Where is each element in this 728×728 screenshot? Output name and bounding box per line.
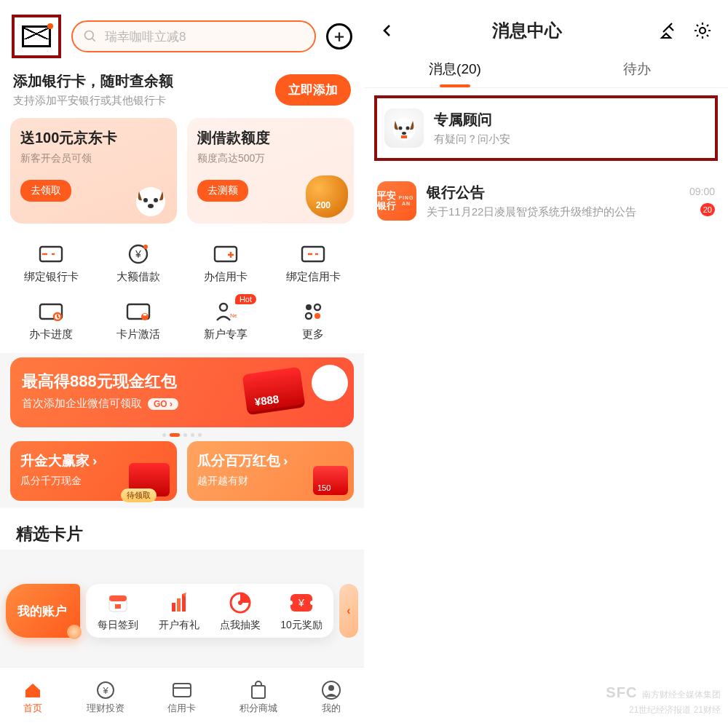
tab-me[interactable]: 我的 <box>320 681 342 715</box>
mail-highlight-box <box>12 15 61 58</box>
svg-text:¥: ¥ <box>102 685 108 696</box>
shortcut-open-gift[interactable]: 开户有礼 <box>149 590 210 632</box>
chevron-right-icon: › <box>283 453 288 469</box>
shortcut-more[interactable]: ‹ <box>339 584 358 638</box>
pending-tag: 待领取 <box>121 488 157 502</box>
svg-rect-11 <box>302 247 324 261</box>
message-sub: 关于11月22日凌晨智贷系统升级维护的公告 <box>427 205 679 219</box>
shortcut-bar: 我的账户 每日签到 开户有礼 点我抽奖 ¥10元奖励 ‹ <box>6 584 358 638</box>
message-title: 银行公告 <box>427 183 679 202</box>
nav-card-activate[interactable]: 卡片激活 <box>95 301 182 341</box>
addcard-button[interactable]: 立即添加 <box>275 74 351 106</box>
svg-rect-46 <box>401 135 407 138</box>
svg-point-18 <box>306 304 312 310</box>
banner-dots <box>0 432 364 441</box>
svg-point-44 <box>406 127 410 130</box>
svg-point-21 <box>314 313 320 319</box>
svg-point-4 <box>154 198 158 202</box>
main-banner[interactable]: 最高得888元现金红包 首次添加企业微信可领取GO › <box>10 357 354 427</box>
unread-badge: 20 <box>700 203 715 216</box>
nav-new-user[interactable]: HotNew新户专享 <box>182 301 269 341</box>
svg-rect-24 <box>115 604 121 609</box>
svg-point-45 <box>402 132 406 135</box>
shortcut-reward[interactable]: ¥10元奖励 <box>271 590 332 632</box>
mail-icon[interactable] <box>22 25 51 47</box>
svg-point-41 <box>700 28 705 33</box>
settings-icon[interactable] <box>693 21 712 40</box>
nav-card-progress[interactable]: 办卡进度 <box>7 301 95 341</box>
promo-title: 测借款额度 <box>197 128 344 148</box>
svg-point-20 <box>306 313 312 319</box>
tab-messages[interactable]: 消息(20) <box>364 50 546 87</box>
shortcut-lottery[interactable]: 点我抽奖 <box>210 590 271 632</box>
addcard-title: 添加银行卡，随时查余额 <box>13 71 173 91</box>
advisor-avatar <box>384 108 424 148</box>
mascot-icon <box>312 365 348 401</box>
svg-point-9 <box>143 245 148 249</box>
small-banner-gold[interactable]: 升金大赢家 › 瓜分千万现金 待领取 <box>10 441 177 501</box>
svg-point-3 <box>143 198 148 202</box>
section-title: 精选卡片 <box>0 508 364 550</box>
chevron-right-icon: › <box>92 453 97 469</box>
banner-sub: 首次添加企业微信可领取 <box>22 397 142 411</box>
promo-title: 送100元京东卡 <box>20 128 167 148</box>
tab-home[interactable]: 首页 <box>22 681 44 715</box>
back-button[interactable] <box>380 23 395 38</box>
svg-line-1 <box>92 39 95 41</box>
bank-avatar: 平安 银行PING AN <box>377 181 416 221</box>
small-banner-split[interactable]: 瓜分百万红包 › 越开越有财 <box>187 441 354 501</box>
tab-credit[interactable]: 信用卡 <box>167 681 196 715</box>
search-icon <box>83 29 98 44</box>
promo-sub: 额度高达500万 <box>197 152 344 165</box>
svg-text:New: New <box>230 312 237 319</box>
svg-point-40 <box>328 685 334 691</box>
shortcut-checkin[interactable]: 每日签到 <box>87 590 149 632</box>
promo-sub: 新客开会员可领 <box>20 152 167 165</box>
clean-icon[interactable] <box>660 21 678 40</box>
svg-point-16 <box>220 304 227 311</box>
add-button[interactable]: ＋ <box>326 23 352 50</box>
hot-badge: Hot <box>235 294 256 304</box>
coin-bag-icon <box>306 175 348 218</box>
svg-rect-27 <box>182 594 186 612</box>
nav-bind-credit[interactable]: 绑定信用卡 <box>269 244 357 284</box>
search-placeholder: 瑞幸咖啡立减8 <box>105 28 186 45</box>
search-input[interactable]: 瑞幸咖啡立减8 <box>71 20 316 52</box>
svg-rect-38 <box>252 686 265 698</box>
my-account-button[interactable]: 我的账户 <box>6 584 80 638</box>
quick-nav-grid: 绑定银行卡 ¥大额借款 办信用卡 绑定信用卡 办卡进度 卡片激活 HotNew新… <box>0 231 364 353</box>
message-bank-notice[interactable]: 平安 银行PING AN 银行公告 关于11月22日凌晨智贷系统升级维护的公告 … <box>364 170 728 232</box>
svg-point-5 <box>148 204 154 208</box>
red-envelope-icon <box>242 367 305 416</box>
message-time: 09:00 <box>689 186 715 197</box>
bottom-tabbar: 首页 ¥理财投资 信用卡 积分商城 我的 <box>0 667 364 728</box>
svg-rect-36 <box>173 684 191 697</box>
nav-bind-bank[interactable]: 绑定银行卡 <box>7 244 95 284</box>
message-sub: 有疑问？问小安 <box>434 132 708 146</box>
svg-point-29 <box>238 601 242 605</box>
nav-apply-credit[interactable]: 办信用卡 <box>182 244 269 284</box>
promo-card-jd[interactable]: 送100元京东卡 新客开会员可领 去领取 <box>10 118 177 223</box>
svg-rect-25 <box>172 603 175 612</box>
message-advisor[interactable]: 专属顾问 有疑问？问小安 <box>374 95 718 161</box>
svg-text:¥: ¥ <box>135 248 141 260</box>
svg-point-2 <box>136 187 165 216</box>
promo-button[interactable]: 去测额 <box>197 180 248 202</box>
tab-invest[interactable]: ¥理财投资 <box>87 681 124 715</box>
svg-rect-23 <box>109 596 127 601</box>
message-title: 专属顾问 <box>434 110 708 130</box>
svg-rect-26 <box>177 598 181 612</box>
promo-card-loan[interactable]: 测借款额度 额度高达500万 去测额 <box>187 118 354 223</box>
nav-big-loan[interactable]: ¥大额借款 <box>95 244 182 284</box>
tab-todo[interactable]: 待办 <box>546 50 728 87</box>
addcard-sub: 支持添加平安银行或其他银行卡 <box>13 94 173 108</box>
svg-point-43 <box>399 127 403 130</box>
promo-button[interactable]: 去领取 <box>20 180 71 202</box>
svg-point-0 <box>85 31 94 40</box>
red-envelope-icon <box>313 466 348 495</box>
svg-text:¥: ¥ <box>298 597 304 609</box>
mascot-icon <box>129 177 173 221</box>
nav-more[interactable]: 更多 <box>269 301 357 341</box>
tab-mall[interactable]: 积分商城 <box>240 681 277 715</box>
go-chip[interactable]: GO › <box>148 398 178 410</box>
